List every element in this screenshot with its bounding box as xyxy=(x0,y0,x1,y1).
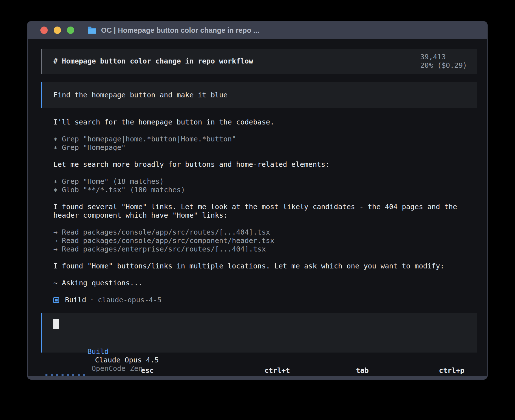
titlebar: OC | Homepage button color change in rep… xyxy=(27,21,488,39)
session-title: # Homepage button color change in repo w… xyxy=(53,57,253,65)
shortcut-label: variants xyxy=(269,375,303,376)
agent-name: Build xyxy=(65,296,86,304)
separator-dot: · xyxy=(90,296,94,304)
text-cursor xyxy=(53,319,59,329)
working-status-line: ~ Asking questions... xyxy=(53,279,477,287)
tool-call-group: → Read packages/console/app/src/routes/[… xyxy=(53,228,477,253)
shortcut-key: esc xyxy=(141,366,154,375)
assistant-messages: I'll search for the homepage button in t… xyxy=(53,118,477,304)
tool-call-read: → Read packages/console/app/src/componen… xyxy=(53,237,477,245)
shortcut-key: ctrl+p xyxy=(439,366,464,375)
user-message-text: Find the homepage button and make it blu… xyxy=(53,91,228,99)
terminal-window: OC | Homepage button color change in rep… xyxy=(27,21,488,380)
token-count: 39,413 xyxy=(420,53,446,61)
tool-call-grep: ∗ Grep "Home" (18 matches) xyxy=(53,177,477,186)
shortcut-variants: ctrl+t variants xyxy=(222,358,303,376)
tool-call-grep: ∗ Grep "Homepage" xyxy=(53,143,477,152)
tool-call-group: ∗ Grep "homepage|home.*button|Home.*butt… xyxy=(53,135,477,152)
status-bar: esc interrupt ctrl+t variants tab agents… xyxy=(45,358,477,376)
assistant-paragraph: I found several "Home" links. Let me loo… xyxy=(53,203,477,220)
tool-call-read: → Read packages/enterprise/src/routes/[.… xyxy=(53,245,477,253)
task-status-row: Build · claude-opus-4-5 xyxy=(53,296,477,304)
assistant-line: I found "Home" buttons/links in multiple… xyxy=(53,262,477,270)
assistant-working-status: ~ Asking questions... xyxy=(53,279,477,287)
agent-icon xyxy=(53,297,59,303)
assistant-paragraph: Let me search more broadly for buttons a… xyxy=(53,160,477,169)
session-stats: 39,413 20% ($0.29) xyxy=(378,44,467,78)
shortcut-commands: ctrl+p commands xyxy=(396,358,477,376)
close-button[interactable] xyxy=(40,27,48,34)
model-name: claude-opus-4-5 xyxy=(98,296,162,304)
prompt-input[interactable]: Build Claude Opus 4.5 OpenCode Zen xyxy=(41,313,477,353)
maximize-button[interactable] xyxy=(67,27,74,34)
session-header: # Homepage button color change in repo w… xyxy=(41,49,477,74)
minimize-button[interactable] xyxy=(54,27,61,34)
tool-call-read: → Read packages/console/app/src/routes/[… xyxy=(53,228,477,237)
assistant-line: Let me search more broadly for buttons a… xyxy=(53,160,477,169)
assistant-line: header component which have "Home" links… xyxy=(53,211,477,220)
tool-call-glob: ∗ Glob "**/*.tsx" (100 matches) xyxy=(53,186,477,194)
context-usage: 20% ($0.29) xyxy=(420,61,467,69)
shortcut-label: agents xyxy=(360,375,386,376)
shortcut-agents: tab agents xyxy=(313,358,386,376)
terminal-content: # Homepage button color change in repo w… xyxy=(28,39,487,376)
window-title: OC | Homepage button color change in rep… xyxy=(101,26,259,34)
shortcut-label: interrupt xyxy=(145,375,184,376)
shortcut-key: ctrl+t xyxy=(265,366,290,375)
folder-icon xyxy=(87,26,97,34)
assistant-paragraph: I found "Home" buttons/links in multiple… xyxy=(53,262,477,270)
input-mode: Build xyxy=(87,347,108,356)
user-message: Find the homepage button and make it blu… xyxy=(41,82,477,108)
shortcut-key: tab xyxy=(356,366,369,375)
tool-call-group: ∗ Grep "Home" (18 matches) ∗ Glob "**/*.… xyxy=(53,177,477,194)
tool-call-grep: ∗ Grep "homepage|home.*button|Home.*butt… xyxy=(53,135,477,143)
assistant-line: I found several "Home" links. Let me loo… xyxy=(53,203,477,211)
shortcut-label: commands xyxy=(443,375,477,376)
assistant-line: I'll search for the homepage button in t… xyxy=(53,118,477,126)
shortcut-interrupt: esc interrupt xyxy=(99,358,184,376)
activity-dots-indicator xyxy=(45,374,88,376)
assistant-paragraph: I'll search for the homepage button in t… xyxy=(53,118,477,126)
